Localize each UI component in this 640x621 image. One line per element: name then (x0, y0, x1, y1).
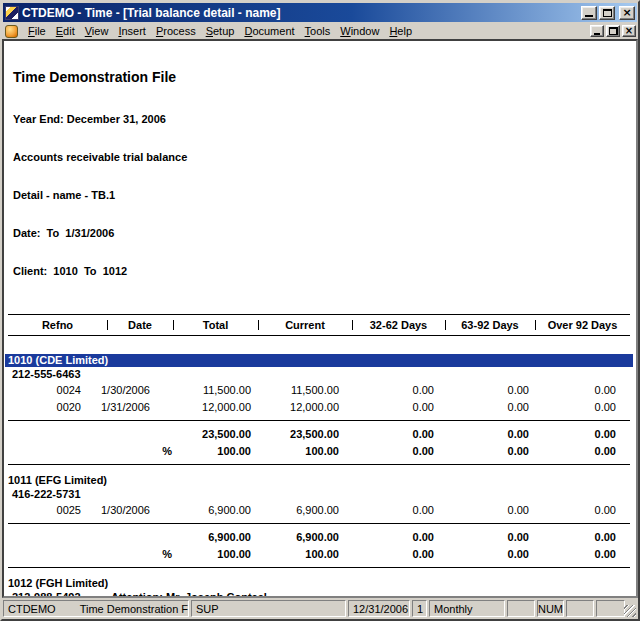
pct-over-92: 0.00 (529, 546, 616, 563)
cell-current: 6,900.00 (251, 502, 339, 519)
maximize-icon (603, 9, 612, 17)
mdi-minimize-button[interactable] (590, 25, 604, 37)
menu-edit[interactable]: Edit (51, 24, 80, 38)
client-info-row: 416-222-5731 (8, 487, 636, 502)
table-row[interactable]: 0020 1/31/2006 12,000.00 12,000.00 0.00 … (8, 399, 630, 416)
client-info-row: 212-555-6463 (8, 367, 636, 382)
cell-refno: 0024 (8, 382, 81, 399)
table-row[interactable]: 0025 1/30/2006 6,900.00 6,900.00 0.00 0.… (8, 502, 630, 519)
status-period: 1 (417, 603, 423, 615)
menu-process[interactable]: Process (151, 24, 201, 38)
column-header-current: Current (258, 315, 352, 335)
resize-grip-icon[interactable] (624, 605, 636, 617)
status-date: 12/31/2006 (353, 603, 408, 615)
status-panel-empty-1 (507, 600, 535, 617)
total-32-62: 0.00 (339, 529, 434, 546)
company-name: Time Demonstration File (80, 603, 189, 615)
column-header-32-62: 32-62 Days (352, 315, 445, 335)
menu-bar: File Edit View Insert Process Setup Docu… (2, 22, 638, 39)
menu-window[interactable]: Window (335, 24, 384, 38)
app-icon[interactable] (5, 6, 19, 20)
cell-refno: 0025 (8, 502, 81, 519)
section-total-row: 23,500.00 23,500.00 0.00 0.00 0.00 (8, 426, 630, 443)
status-panel-user: SUP (191, 600, 346, 617)
column-header-total: Total (173, 315, 258, 335)
client-row-1011[interactable]: 1011 (EFG Limited) (5, 473, 633, 487)
mdi-close-button[interactable]: × (622, 25, 636, 37)
cell-63-92: 0.00 (434, 382, 529, 399)
cell-date: 1/30/2006 (81, 502, 174, 519)
report-detail: Detail - name - TB.1 (13, 188, 636, 202)
total-total: 6,900.00 (174, 529, 251, 546)
client-row-1010[interactable]: 1010 (CDE Limited) (5, 354, 633, 367)
maximize-button[interactable] (599, 6, 615, 20)
cell-date: 1/30/2006 (81, 382, 174, 399)
client-phone: 416-222-5731 (8, 487, 108, 502)
report-area[interactable]: Time Demonstration File Year End: Decemb… (2, 39, 638, 598)
minimize-icon (585, 15, 593, 17)
status-panel-empty-2 (566, 600, 594, 617)
status-panel-date: 12/31/2006 (348, 600, 410, 617)
title-bar[interactable]: CTDEMO - Time - [Trial balance detail - … (3, 3, 637, 22)
pct-63-92: 0.00 (434, 546, 529, 563)
minimize-button[interactable] (581, 6, 597, 20)
total-63-92: 0.00 (434, 529, 529, 546)
status-panel-numlock: NUM (537, 600, 564, 617)
client-row-1012[interactable]: 1012 (FGH Limited) (5, 576, 633, 590)
window-title: CTDEMO - Time - [Trial balance detail - … (22, 6, 581, 20)
menu-setup[interactable]: Setup (201, 24, 240, 38)
section-total-row: 6,900.00 6,900.00 0.00 0.00 0.00 (8, 529, 630, 546)
cell-32-62: 0.00 (339, 399, 434, 416)
menu-document[interactable]: Document (239, 24, 299, 38)
report-subtitle: Accounts receivable trial balance (13, 150, 636, 164)
total-over-92: 0.00 (529, 529, 616, 546)
mdi-restore-button[interactable] (606, 25, 620, 37)
num-lock-indicator: NUM (538, 603, 563, 615)
percent-symbol: % (81, 546, 174, 563)
cell-over-92: 0.00 (529, 399, 616, 416)
client-phone: 212-988-5492 (8, 590, 108, 598)
pct-32-62: 0.00 (339, 546, 434, 563)
status-panel-period: 1 (412, 600, 427, 617)
menu-file[interactable]: File (23, 24, 51, 38)
menu-help[interactable]: Help (384, 24, 417, 38)
pct-current: 100.00 (251, 546, 339, 563)
total-current: 6,900.00 (251, 529, 339, 546)
total-32-62: 0.00 (339, 426, 434, 443)
status-panel-empty-3 (596, 600, 625, 617)
report-date-range: Date: To 1/31/2006 (13, 226, 636, 240)
total-total: 23,500.00 (174, 426, 251, 443)
column-header-date: Date (107, 315, 173, 335)
table-row[interactable]: 0024 1/30/2006 11,500.00 11,500.00 0.00 … (8, 382, 630, 399)
cell-current: 12,000.00 (251, 399, 339, 416)
pct-63-92: 0.00 (434, 443, 529, 460)
menu-tools[interactable]: Tools (300, 24, 336, 38)
cell-total: 11,500.00 (174, 382, 251, 399)
cell-total: 6,900.00 (174, 502, 251, 519)
company-code: CTDEMO (8, 603, 56, 615)
pct-current: 100.00 (251, 443, 339, 460)
rule (8, 523, 630, 524)
status-panel-company: CTDEMO Time Demonstration File (3, 600, 189, 617)
column-header-refno: Refno (8, 315, 107, 335)
document-icon[interactable] (5, 25, 18, 38)
rule (8, 464, 630, 465)
cell-over-92: 0.00 (529, 502, 616, 519)
status-frequency: Monthly (434, 603, 473, 615)
column-header-63-92: 63-92 Days (445, 315, 535, 335)
cell-over-92: 0.00 (529, 382, 616, 399)
mdi-window-controls: × (590, 25, 636, 37)
report-client-range: Client: 1010 To 1012 (13, 264, 636, 278)
cell-current: 11,500.00 (251, 382, 339, 399)
cell-32-62: 0.00 (339, 382, 434, 399)
report-year-end: Year End: December 31, 2006 (13, 112, 636, 126)
close-button[interactable]: × (619, 6, 635, 20)
pct-over-92: 0.00 (529, 443, 616, 460)
close-icon: × (625, 26, 633, 36)
status-panel-frequency: Monthly (429, 600, 505, 617)
menu-view[interactable]: View (80, 24, 114, 38)
total-current: 23,500.00 (251, 426, 339, 443)
cell-32-62: 0.00 (339, 502, 434, 519)
menu-insert[interactable]: Insert (113, 24, 151, 38)
minimize-icon (594, 33, 600, 35)
